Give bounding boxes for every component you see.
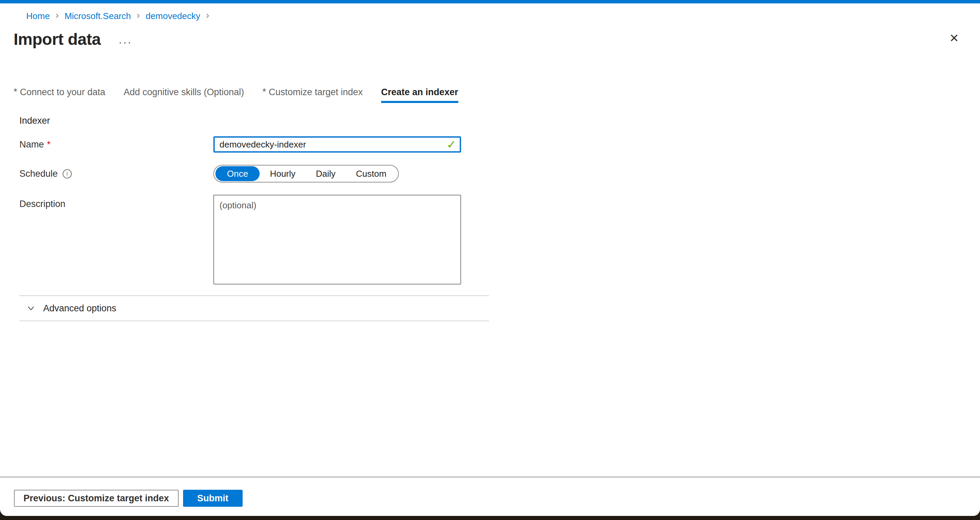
valid-check-icon: ✓ [447,139,457,150]
more-options-button[interactable]: ··· [118,38,132,45]
tab-label: Add cognitive skills (Optional) [124,87,244,98]
schedule-label-text: Schedule [19,168,58,179]
import-data-panel: Home › Microsoft.Search › demovedecky › … [0,0,980,516]
tab-required-marker: * [262,87,266,97]
close-button[interactable]: ✕ [946,30,962,46]
tab-label: Connect to your data [20,87,105,98]
description-label-text: Description [19,199,65,209]
schedule-option-once[interactable]: Once [215,166,259,181]
description-textarea[interactable] [213,195,461,284]
breadcrumb-separator-icon: › [131,10,146,21]
tab-customize-target-index[interactable]: * Customize target index [262,87,363,103]
tab-required-marker: * [14,87,18,97]
divider [19,320,489,321]
page-title: Import data [14,30,101,49]
section-title-indexer: Indexer [19,115,980,126]
schedule-option-custom[interactable]: Custom [346,166,397,181]
required-asterisk: * [47,140,51,150]
tab-connect-to-your-data[interactable]: * Connect to your data [14,87,105,103]
schedule-row: Schedule i Once Hourly Daily Custom [19,165,980,182]
title-row: Import data ··· [0,30,980,49]
tab-label: Customize target index [269,87,363,98]
advanced-options-label: Advanced options [43,303,116,314]
top-accent-bar [0,0,980,3]
submit-button[interactable]: Submit [183,490,243,507]
name-label-text: Name [19,140,44,150]
chevron-down-icon [26,303,36,313]
name-input-wrap: ✓ [213,136,461,152]
breadcrumb-separator-icon: › [200,10,215,21]
schedule-option-daily[interactable]: Daily [305,166,346,181]
tab-add-cognitive-skills[interactable]: Add cognitive skills (Optional) [124,87,244,103]
indexer-name-input[interactable] [213,136,461,152]
breadcrumb-link-home[interactable]: Home [26,11,50,21]
description-row: Description [19,195,980,284]
close-icon: ✕ [950,31,959,45]
info-icon[interactable]: i [63,169,72,178]
schedule-segmented-control: Once Hourly Daily Custom [213,165,399,182]
advanced-options-toggle[interactable]: Advanced options [0,296,116,320]
wizard-tabs: * Connect to your data Add cognitive ski… [0,87,980,103]
breadcrumb: Home › Microsoft.Search › demovedecky › [0,3,980,21]
footer-bar: Previous: Customize target index Submit [0,477,980,507]
schedule-option-hourly[interactable]: Hourly [259,166,305,181]
breadcrumb-separator-icon: › [50,10,64,21]
tab-create-an-indexer[interactable]: Create an indexer [381,87,458,103]
indexer-form: Indexer Name * ✓ Schedule i Once Hourly … [0,115,980,284]
name-field-row: Name * ✓ [19,136,980,152]
breadcrumb-link-demovedecky[interactable]: demovedecky [146,11,200,21]
tab-label: Create an indexer [381,87,458,98]
schedule-label: Schedule i [19,168,213,179]
description-label: Description [19,195,213,284]
breadcrumb-link-microsoft-search[interactable]: Microsoft.Search [65,11,131,21]
previous-button[interactable]: Previous: Customize target index [14,490,179,507]
name-label: Name * [19,140,213,150]
